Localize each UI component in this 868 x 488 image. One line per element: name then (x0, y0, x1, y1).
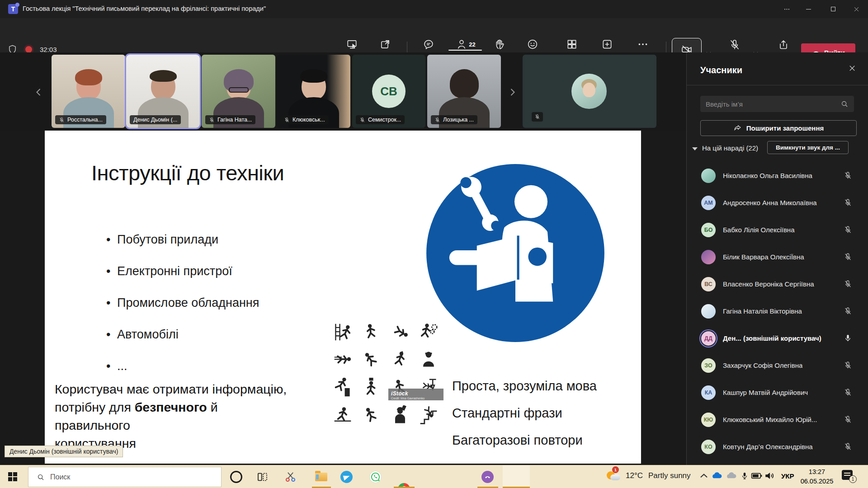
ellipsis-icon (637, 38, 649, 50)
people-active-underline (448, 50, 482, 51)
participant-row-speaking[interactable]: ДД Ден... (зовнішній користувач) (687, 325, 868, 352)
cloud-icon (610, 474, 620, 480)
struck-by-object-icon (361, 405, 381, 425)
slide-right-line: Проста, зрозуміла мова (452, 379, 597, 394)
opera-icon[interactable] (230, 471, 242, 483)
battery-icon[interactable] (751, 470, 763, 482)
mic-muted-icon (844, 253, 852, 261)
share-invite-button[interactable]: Поширити запрошення (700, 120, 857, 136)
whatsapp-icon[interactable] (369, 471, 382, 483)
tile-name-label: Росстальна... (67, 117, 103, 123)
tray-expand-chevron-icon[interactable] (698, 470, 710, 482)
participant-row[interactable]: КА Кашпур Матвій Андрійович (687, 379, 868, 406)
slide-right-line: Багаторазові повтори (452, 433, 583, 448)
video-tile-denys-selected[interactable]: Денис Дьомін (... (126, 55, 200, 128)
participant-row[interactable]: КЮ Клюковський Михайло Юрій... (687, 406, 868, 433)
raised-hand-icon (494, 38, 506, 50)
initials-avatar: ДД (701, 331, 716, 346)
monitor-share-icon (346, 38, 358, 50)
bullet-item: Автомобілі (106, 328, 259, 342)
notification-count-badge: 1 (849, 475, 857, 483)
minimize-button[interactable] (798, 0, 818, 18)
participant-video (75, 69, 102, 85)
apps-plus-icon (601, 38, 613, 50)
photo-avatar (571, 74, 607, 109)
read-manual-pictogram (424, 161, 607, 345)
telegram-icon[interactable] (340, 471, 353, 483)
initials-avatar: АМ (701, 196, 716, 210)
speaker-icon[interactable] (764, 470, 776, 482)
participant-video (150, 70, 177, 82)
tile-name-label: Гагіна Ната... (217, 117, 252, 123)
tile-name-label: Лозицька ... (443, 117, 474, 123)
photo-avatar (701, 304, 716, 319)
stock-watermark: iStock Credit: Irina Gavrashenko (388, 389, 443, 400)
initials-avatar: КА (701, 385, 716, 400)
weather-widget[interactable]: 1 (606, 467, 623, 483)
active-app-highlight (503, 465, 530, 488)
taskbar-tooltip: Денис Дьомін (зовнішній користувач) (5, 446, 123, 457)
viber-icon[interactable] (481, 471, 494, 483)
close-button[interactable] (846, 0, 866, 18)
section-collapse-caret-icon[interactable] (692, 147, 698, 150)
maximize-button[interactable] (823, 0, 843, 18)
file-explorer-icon[interactable] (315, 473, 327, 481)
clock[interactable]: 13:27 06.05.2025 (798, 467, 835, 486)
ladder-fall-icon (333, 322, 353, 342)
meeting-toolbar: 32:03 Почати Відкріпити Чат 22 Користува… (0, 18, 868, 52)
onedrive-icon[interactable] (711, 470, 722, 482)
participant-search-input[interactable] (700, 96, 854, 112)
people-icon (456, 38, 467, 50)
video-tile-lozytska[interactable]: Лозицька ... (427, 55, 501, 128)
mic-muted-icon (844, 442, 852, 451)
participants-panel: Учасники Поширити запрошення На цій нара… (686, 52, 868, 465)
mute-all-button[interactable]: Вимкнути звук для ... (767, 141, 849, 154)
window-more-icon[interactable] (777, 0, 797, 18)
video-tile-gagina[interactable]: Гагіна Ната... (202, 55, 275, 128)
mic-muted-icon (209, 117, 215, 123)
video-tile-rosstalna[interactable]: Росстальна... (52, 55, 125, 128)
participant-row[interactable]: КО Ковтун Дар’я Олександрівна (687, 433, 868, 460)
cloud-sync-icon[interactable] (725, 470, 737, 482)
teams-meeting-window: T Гостьова лекція "Технічний письмовий п… (0, 0, 868, 488)
slide-paragraph: Користувач має отримати інформацію, потр… (55, 380, 290, 452)
participant-row[interactable]: ЗО Захарчук Софія Олегівна (687, 352, 868, 379)
drowning-icon (333, 350, 353, 370)
taskbar-search[interactable]: Поиск (28, 467, 222, 487)
stairs-fall-icon (419, 405, 439, 425)
participant-row[interactable]: БО Бабко Лілія Олексіївна (687, 216, 868, 244)
video-tile-klyukovskyi[interactable]: Клюковськ... (277, 55, 350, 128)
photo-avatar (701, 250, 716, 264)
scroll-left-icon[interactable] (33, 86, 44, 99)
panel-close-icon[interactable] (848, 64, 856, 72)
slip-fall-icon (361, 350, 381, 370)
language-indicator[interactable]: УКР (781, 472, 794, 480)
scroll-right-icon[interactable] (507, 86, 518, 99)
participant-row[interactable]: АМ Андросенко Анна Миколаївна (687, 189, 868, 216)
bullet-item: Промислове обладнання (106, 296, 259, 310)
mic-off-icon (729, 39, 741, 51)
mic-muted-icon (59, 117, 65, 123)
video-tile-semystrok[interactable]: СВ Семистрок... (352, 55, 425, 128)
weather-temp[interactable]: 12°C (626, 471, 643, 480)
windows-start-icon[interactable] (8, 472, 18, 482)
task-view-icon[interactable] (256, 471, 269, 483)
participant-row[interactable]: Ніколаєнко Ольга Василівна (687, 162, 868, 189)
back-injury-icon (361, 322, 381, 342)
participant-video (450, 69, 479, 98)
participant-row[interactable]: Гагіна Наталія Вікторівна (687, 298, 868, 325)
people-count-badge: 22 (469, 41, 475, 48)
participant-row[interactable]: ВС Власенко Вероніка Сергіївна (687, 271, 868, 298)
participant-row[interactable]: Білик Варвара ОлексіЇвна (687, 244, 868, 271)
search-icon (37, 473, 45, 481)
unpin-icon (379, 38, 391, 50)
edge-fall-icon (333, 378, 353, 398)
mic-muted-icon (844, 307, 852, 315)
shared-presentation-slide: Інструкції до техніки Побутові прилади Е… (45, 131, 641, 464)
tray-mic-icon[interactable] (741, 470, 749, 482)
tile-name-label: Семистрок... (368, 117, 401, 123)
construction-worker-icon (390, 405, 410, 425)
snipping-tool-icon[interactable] (284, 471, 297, 483)
video-tile-avatar[interactable] (523, 55, 656, 128)
weather-condition[interactable]: Partly sunny (648, 471, 691, 480)
